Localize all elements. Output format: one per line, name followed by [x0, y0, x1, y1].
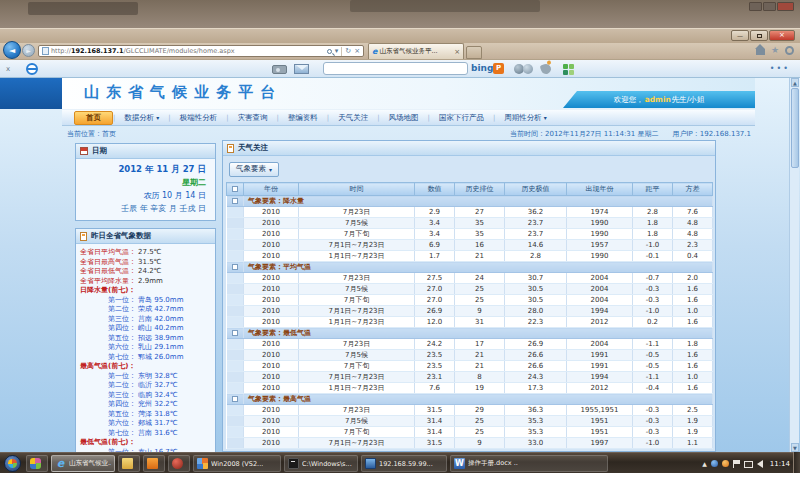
header-checkbox[interactable] — [232, 186, 238, 192]
element-dropdown-button[interactable]: 气象要素▾ — [229, 162, 279, 177]
weather-stat: 全省日最低气温：24.2℃ — [80, 267, 211, 277]
bg-minimize-button[interactable] — [749, 2, 762, 11]
favorites-star-icon[interactable]: ★ — [771, 46, 779, 55]
taskbar-clock[interactable]: 11:14 — [770, 460, 790, 468]
group-checkbox[interactable] — [232, 396, 238, 402]
group-checkbox[interactable] — [232, 264, 238, 270]
stop-icon[interactable]: × — [354, 48, 360, 55]
table-cell: 2010 — [244, 218, 299, 229]
taskbar-button-word[interactable]: W操作手册.docx .. — [450, 455, 608, 472]
welcome-banner: 欢迎您，admin 先生/小姐 — [563, 91, 755, 108]
taskbar-button-launcher[interactable] — [26, 455, 48, 472]
table-cell: 23.5 — [415, 350, 455, 361]
browser-tab[interactable]: e 山东省气候业务平... × — [368, 43, 464, 59]
chevron-down-icon[interactable]: ▾ — [335, 48, 339, 55]
mail-icon[interactable] — [294, 64, 309, 74]
tray-app-icon[interactable] — [711, 460, 718, 467]
search-icon[interactable] — [327, 49, 332, 54]
tab-close-icon[interactable]: × — [454, 48, 460, 56]
table-cell: 7月23日 — [299, 207, 415, 218]
binoculars-icon[interactable] — [514, 64, 534, 75]
scroll-up-icon[interactable]: ▲ — [791, 78, 799, 87]
url-input[interactable]: http://192.168.137.1/GLCCLIMATE/modules/… — [51, 47, 325, 55]
weather-stat: 全省日最高气温：31.5℃ — [80, 258, 211, 268]
table-cell: 19 — [455, 383, 505, 394]
home-icon[interactable] — [756, 49, 765, 55]
nav-item-4[interactable]: 灾害查询 — [229, 111, 277, 125]
refresh-icon[interactable]: ↻ — [345, 48, 351, 55]
table-cell: 27.0 — [415, 295, 455, 306]
tools-gear-icon[interactable] — [785, 46, 794, 55]
table-cell: 25 — [455, 416, 505, 427]
table-cell: 25 — [455, 295, 505, 306]
nav-item-1[interactable]: 首页 — [74, 111, 113, 125]
table-row: 20107月1日~7月23日26.9928.01994-1.01.0 — [227, 306, 713, 317]
table-cell: 2.8 — [505, 251, 567, 262]
action-center-flag-icon[interactable] — [733, 460, 740, 468]
back-button[interactable]: ◄ — [3, 41, 21, 59]
table-cell: 1.8 — [633, 229, 673, 240]
taskbar-button-cmd[interactable]: C:\Windows\s... — [284, 455, 358, 472]
taskbar-button-vm[interactable]: Win2008 (VS2... — [193, 455, 281, 472]
bg-close-button[interactable] — [777, 2, 794, 11]
group-checkbox[interactable] — [232, 330, 238, 336]
table-cell: 21 — [455, 361, 505, 372]
recycle-icon[interactable] — [563, 64, 574, 75]
tray-app-icon[interactable] — [722, 460, 729, 467]
taskbar-button-folder[interactable] — [118, 455, 140, 472]
scroll-down-icon[interactable]: ▼ — [791, 443, 799, 452]
table-cell: 31.5 — [415, 405, 455, 416]
nav-item-5[interactable]: 整编资料 — [279, 111, 327, 125]
table-cell: 7月5候 — [299, 284, 415, 295]
close-toolbar-icon[interactable]: x — [6, 65, 10, 73]
table-cell: 2010 — [244, 295, 299, 306]
blocked-icon[interactable] — [26, 63, 38, 75]
nav-item-6[interactable]: 天气关注 — [329, 111, 377, 125]
table-cell: 35.3 — [505, 427, 567, 438]
bg-maximize-button[interactable] — [763, 2, 776, 11]
table-group-row: 气象要素：最低气温 — [227, 328, 713, 339]
tray-expand-icon[interactable]: ▲ — [702, 460, 707, 467]
weather-rank-entry: 第一位：青岛 95.0mm — [80, 296, 211, 306]
camera-icon[interactable] — [272, 65, 287, 74]
nav-item-8[interactable]: 国家下行产品 — [430, 111, 493, 125]
bing-logo[interactable]: bing — [471, 64, 493, 73]
taskbar-button-player-media[interactable] — [168, 455, 190, 472]
table-cell: 26.9 — [415, 306, 455, 317]
taskbar-button-player-orange[interactable] — [143, 455, 165, 472]
breadcrumb: 当前位置：首页 — [67, 129, 116, 139]
minimize-button[interactable]: — — [731, 30, 749, 41]
start-button[interactable] — [4, 455, 21, 472]
forward-button[interactable]: ► — [22, 44, 35, 57]
volume-icon[interactable] — [757, 460, 763, 468]
weather-stats: 全省日平均气温：27.5℃全省日最高气温：31.5℃全省日最低气温：24.2℃全… — [76, 244, 215, 452]
nav-item-2[interactable]: 数据分析 ▾ — [115, 111, 168, 125]
table-cell: -1.0 — [633, 240, 673, 251]
username: admin — [645, 95, 671, 104]
taskbar-button-rdp[interactable]: 192.168.59.99... — [361, 455, 447, 472]
address-bar[interactable]: http://192.168.137.1/GLCCLIMATE/modules/… — [38, 45, 364, 57]
taskbar-button-ie[interactable]: e山东省气候业... — [51, 455, 115, 472]
table-cell: 23.5 — [415, 361, 455, 372]
nav-item-7[interactable]: 风场地图 — [380, 111, 428, 125]
table-row: 20107月5候27.02530.52004-0.31.6 — [227, 284, 713, 295]
toolbar-overflow-icon[interactable]: ••• — [770, 64, 790, 73]
nav-item-9[interactable]: 周期性分析 ▾ — [495, 111, 555, 125]
bing-badge-icon[interactable]: P — [493, 63, 504, 74]
close-button[interactable]: × — [769, 30, 795, 41]
nav-item-3[interactable]: 极端性分析 — [171, 111, 227, 125]
ie-icon: e — [372, 48, 377, 56]
page-scrollbar[interactable]: ▲ ▼ — [789, 78, 799, 452]
table-cell: 23.7 — [505, 229, 567, 240]
table-cell: 1月1日~7月23日 — [299, 317, 415, 328]
maximize-button[interactable] — [750, 30, 768, 41]
network-icon[interactable] — [744, 461, 753, 468]
satellite-icon[interactable] — [540, 63, 553, 76]
show-desktop-button[interactable] — [793, 452, 800, 473]
toolbar-search-input[interactable] — [323, 62, 468, 75]
table-cell: 7月5候 — [299, 350, 415, 361]
scrollbar-thumb[interactable] — [791, 88, 799, 168]
new-tab-button[interactable] — [466, 46, 482, 59]
group-checkbox[interactable] — [232, 198, 238, 204]
background-window-controls[interactable] — [749, 2, 794, 11]
